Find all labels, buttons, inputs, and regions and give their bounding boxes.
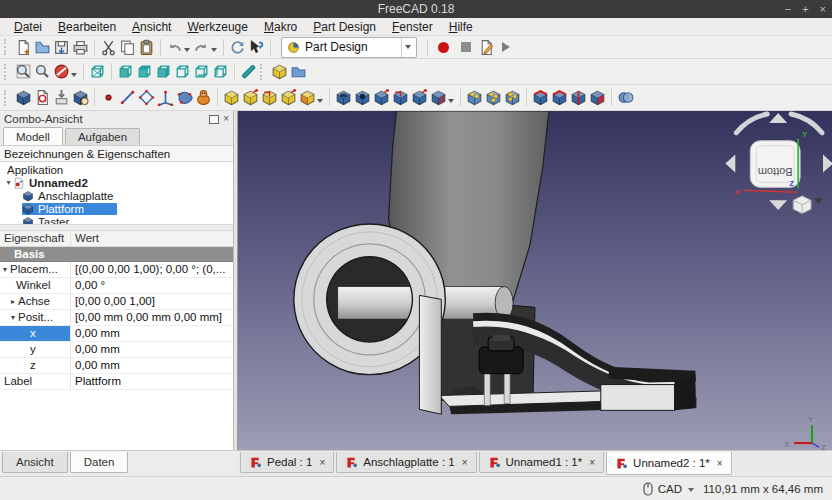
- titlebar[interactable]: FreeCAD 0.18 − + ×: [0, 0, 832, 18]
- view-rear-icon[interactable]: [174, 63, 191, 80]
- datum-plane-icon[interactable]: [138, 89, 155, 106]
- macro-play-icon[interactable]: [502, 42, 510, 52]
- macro-edit-icon[interactable]: [478, 39, 495, 56]
- copy-icon[interactable]: [119, 39, 136, 56]
- additive-primitive-dropdown-icon[interactable]: [317, 99, 323, 103]
- print-icon[interactable]: [72, 39, 89, 56]
- datum-point-icon[interactable]: [100, 89, 117, 106]
- nav-style-dropdown-icon[interactable]: [688, 488, 694, 492]
- undo-icon[interactable]: [166, 39, 183, 56]
- revolution-icon[interactable]: [242, 89, 259, 106]
- toolbar-handle[interactable]: [4, 39, 11, 55]
- mirrored-icon[interactable]: [466, 89, 483, 106]
- expander-icon[interactable]: ▾: [4, 178, 13, 187]
- view-bottom-icon[interactable]: [193, 63, 210, 80]
- property-row-position[interactable]: ▾Posit... [0,00 mm 0,00 mm 0,00 mm]: [0, 310, 233, 326]
- pocket-icon[interactable]: [335, 89, 352, 106]
- property-row-achse[interactable]: ▸Achse [0,00 0,00 1,00]: [0, 294, 233, 310]
- draw-style-icon[interactable]: [53, 63, 70, 80]
- doc-tab-anschlagplatte[interactable]: Anschlagplatte : 1×: [336, 452, 476, 473]
- menu-datei[interactable]: Datei: [6, 20, 50, 34]
- subtractive-primitive-dropdown-icon[interactable]: [448, 99, 454, 103]
- nav-mini-cube-icon[interactable]: [793, 196, 811, 214]
- lever-tip-model[interactable]: [601, 367, 696, 411]
- edit-feature-icon[interactable]: [72, 89, 89, 106]
- toolbar-handle[interactable]: [4, 90, 11, 106]
- minimize-button[interactable]: −: [785, 0, 791, 18]
- draft-icon[interactable]: [570, 89, 587, 106]
- redo-icon[interactable]: [193, 39, 210, 56]
- tree-document-unnamed2[interactable]: ▾ Unnamed2: [0, 176, 233, 189]
- subtractive-pipe-icon[interactable]: [411, 89, 428, 106]
- tree-item-anschlagplatte[interactable]: Anschlagplatte: [0, 189, 233, 202]
- shape-binder-icon[interactable]: [176, 89, 193, 106]
- tree-item-plattform[interactable]: Plattform: [0, 202, 233, 215]
- view-front-icon[interactable]: [117, 63, 134, 80]
- groove-icon[interactable]: [373, 89, 390, 106]
- property-row-winkel[interactable]: Winkel 0,00 °: [0, 278, 233, 294]
- property-row-x[interactable]: x 0,00 mm: [0, 326, 233, 342]
- measure-icon[interactable]: [240, 63, 257, 80]
- 3d-viewport[interactable]: Bottom Y X Z X: [237, 111, 832, 450]
- menu-bearbeiten[interactable]: Bearbeiten: [50, 20, 124, 34]
- menu-makro[interactable]: Makro: [256, 20, 305, 34]
- tab-ansicht[interactable]: Ansicht: [2, 452, 68, 473]
- clone-icon[interactable]: [195, 89, 212, 106]
- tab-aufgaben[interactable]: Aufgaben: [65, 128, 140, 145]
- thickness-icon[interactable]: [589, 89, 606, 106]
- menu-hilfe[interactable]: Hilfe: [441, 20, 481, 34]
- polar-pattern-icon[interactable]: [504, 89, 521, 106]
- paste-icon[interactable]: [138, 39, 155, 56]
- new-document-icon[interactable]: [15, 39, 32, 56]
- property-row-y[interactable]: y 0,00 mm: [0, 342, 233, 358]
- macro-record-icon[interactable]: [438, 42, 449, 53]
- cut-icon[interactable]: [100, 39, 117, 56]
- close-tab-icon[interactable]: ×: [589, 457, 595, 468]
- dock-close-icon[interactable]: ×: [223, 114, 229, 124]
- toolbar-handle[interactable]: [4, 64, 11, 80]
- save-icon[interactable]: [53, 39, 70, 56]
- menu-werkzeuge[interactable]: Werkzeuge: [179, 20, 255, 34]
- view-top-icon[interactable]: [136, 63, 153, 80]
- menu-part-design[interactable]: Part Design: [305, 20, 384, 34]
- pad-icon[interactable]: [223, 89, 240, 106]
- create-sketch-icon[interactable]: [34, 89, 51, 106]
- create-body-icon[interactable]: [15, 89, 32, 106]
- map-sketch-icon[interactable]: [53, 89, 70, 106]
- property-group-basis[interactable]: Basis: [0, 247, 233, 262]
- undo-dropdown-icon[interactable]: [184, 48, 190, 52]
- close-button[interactable]: ×: [820, 0, 826, 18]
- fillet-icon[interactable]: [532, 89, 549, 106]
- redo-dropdown-icon[interactable]: [211, 48, 217, 52]
- subtractive-primitive-icon[interactable]: [430, 89, 447, 106]
- nav-style-value[interactable]: CAD: [658, 483, 682, 495]
- create-group-icon[interactable]: [290, 63, 307, 80]
- close-tab-icon[interactable]: ×: [319, 457, 325, 468]
- post-model[interactable]: [419, 295, 441, 414]
- 3d-scene[interactable]: Bottom Y X Z X: [238, 111, 832, 450]
- doc-tab-unnamed1[interactable]: Unnamed1 : 1*×: [479, 452, 605, 473]
- toolbar-handle[interactable]: [260, 64, 267, 80]
- dock-float-icon[interactable]: [209, 115, 219, 124]
- doc-tab-pedal[interactable]: Pedal : 1×: [240, 452, 334, 473]
- doc-tab-unnamed2[interactable]: Unnamed2 : 1*×: [606, 452, 732, 475]
- zoom-selection-icon[interactable]: [34, 63, 51, 80]
- additive-primitive-icon[interactable]: [299, 89, 316, 106]
- view-left-icon[interactable]: [212, 63, 229, 80]
- property-row-placement[interactable]: ▾Placem... [(0,00 0,00 1,00); 0,00 °; (0…: [0, 262, 233, 278]
- property-row-z[interactable]: z 0,00 mm: [0, 358, 233, 374]
- maximize-button[interactable]: +: [802, 0, 808, 18]
- additive-loft-icon[interactable]: [261, 89, 278, 106]
- macro-stop-icon[interactable]: [461, 42, 471, 52]
- create-part-icon[interactable]: [271, 63, 288, 80]
- open-file-icon[interactable]: [34, 39, 51, 56]
- local-coordinate-system-icon[interactable]: [157, 89, 174, 106]
- hole-icon[interactable]: [354, 89, 371, 106]
- whats-this-icon[interactable]: [248, 39, 265, 56]
- tree-item-taster[interactable]: Taster: [0, 215, 233, 224]
- workbench-dropdown-icon[interactable]: [401, 38, 414, 57]
- refresh-icon[interactable]: [229, 39, 246, 56]
- boolean-icon[interactable]: [617, 89, 634, 106]
- datum-line-icon[interactable]: [119, 89, 136, 106]
- draw-style-dropdown-icon[interactable]: [71, 73, 77, 77]
